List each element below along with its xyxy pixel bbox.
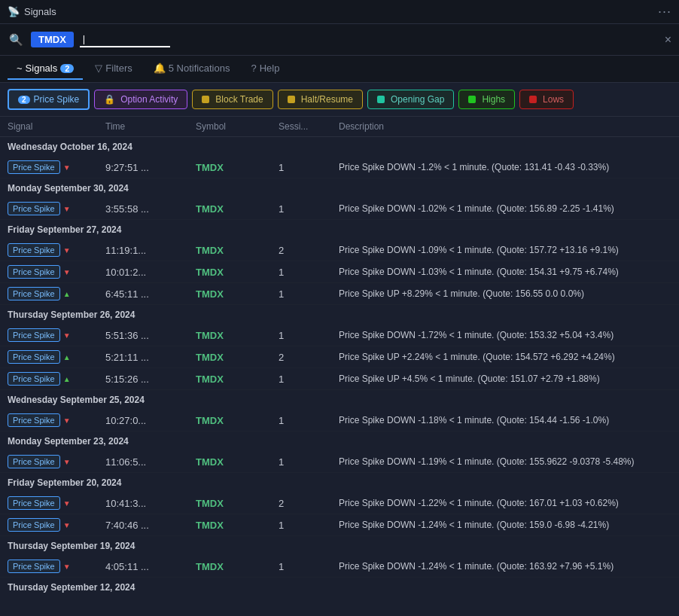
- table-row[interactable]: Price Spike ▼ 10:01:2... TMDX 1 Price Sp…: [0, 261, 679, 283]
- date-group-header: Thursday September 12, 2024: [0, 578, 679, 597]
- symbol-cell: TMDX: [196, 203, 279, 215]
- direction-arrow: ▼: [63, 268, 71, 276]
- desc-cell: Price Spike DOWN -1.24% < 1 minute. (Quo…: [339, 520, 671, 530]
- signal-label: Price Spike: [8, 350, 60, 364]
- menu-dots[interactable]: ···: [658, 4, 671, 20]
- symbol-cell: TMDX: [196, 267, 279, 278]
- signal-label: Price Spike: [8, 518, 60, 532]
- table-row[interactable]: Price Spike ▼ 7:40:46 ... TMDX 1 Price S…: [0, 514, 679, 536]
- signal-label: Price Spike: [8, 560, 60, 573]
- time-cell: 10:01:2...: [105, 267, 196, 278]
- signal-tab-highs[interactable]: Highs: [458, 90, 515, 109]
- signal-cell: Price Spike ▲: [8, 350, 105, 364]
- signals-icon: ~: [17, 63, 23, 74]
- table-row[interactable]: Price Spike ▼ 11:19:1... TMDX 2 Price Sp…: [0, 239, 679, 261]
- signal-tab-price-spike[interactable]: 2 Price Spike: [8, 89, 90, 110]
- direction-arrow: ▼: [63, 458, 71, 466]
- table-row[interactable]: Price Spike ▼ 10:41:3... TMDX 2 Price Sp…: [0, 492, 679, 514]
- date-group-header: Thursday September 19, 2024: [0, 536, 679, 556]
- session-cell: 2: [279, 352, 339, 363]
- signal-cell: Price Spike ▼: [8, 496, 105, 510]
- symbol-cell: TMDX: [196, 374, 279, 385]
- symbol-cell: TMDX: [196, 456, 279, 468]
- signal-label: Price Spike: [8, 160, 60, 174]
- search-input[interactable]: [80, 32, 170, 47]
- block-trade-icon: [202, 96, 209, 103]
- tab-filters[interactable]: ▽ Filters: [86, 58, 141, 80]
- search-icon-button[interactable]: 🔍: [8, 32, 25, 48]
- time-cell: 5:15:26 ...: [105, 374, 196, 385]
- signal-cell: Price Spike ▼: [8, 160, 105, 174]
- desc-cell: Price Spike DOWN -1.2% < 1 minute. (Quot…: [339, 162, 671, 172]
- tab-signals-label: Signals: [26, 63, 58, 74]
- table-row[interactable]: Price Spike ▲ 10:34:2... TMDX 1 Price Sp…: [0, 597, 679, 599]
- close-button[interactable]: ×: [665, 33, 671, 47]
- session-cell: 1: [279, 267, 339, 278]
- session-cell: 1: [279, 415, 339, 426]
- lows-label: Lows: [543, 94, 564, 105]
- date-group-header: Friday September 20, 2024: [0, 473, 679, 492]
- desc-cell: Price Spike DOWN -1.72% < 1 minute. (Quo…: [339, 330, 671, 340]
- table-row[interactable]: Price Spike ▲ 6:45:11 ... TMDX 1 Price S…: [0, 283, 679, 305]
- table-row[interactable]: Price Spike ▲ 5:15:26 ... TMDX 1 Price S…: [0, 368, 679, 390]
- table-row[interactable]: Price Spike ▼ 3:55:58 ... TMDX 1 Price S…: [0, 198, 679, 220]
- session-cell: 1: [279, 520, 339, 531]
- symbol-cell: TMDX: [196, 288, 279, 300]
- session-cell: 1: [279, 330, 339, 341]
- highs-icon: [468, 96, 476, 103]
- symbol-cell: TMDX: [196, 245, 279, 256]
- time-cell: 9:27:51 ...: [105, 162, 196, 173]
- signal-label: Price Spike: [8, 287, 60, 300]
- table-row[interactable]: Price Spike ▼ 10:27:0... TMDX 1 Price Sp…: [0, 410, 679, 432]
- signal-tab-option-activity[interactable]: 🔒 Option Activity: [94, 90, 187, 109]
- tab-help-label: Help: [260, 63, 280, 74]
- signal-tab-block-trade[interactable]: Block Trade: [192, 90, 273, 109]
- signal-type-tabs: 2 Price Spike 🔒 Option Activity Block Tr…: [0, 83, 679, 117]
- signal-tab-lows[interactable]: Lows: [519, 90, 574, 109]
- signal-cell: Price Spike ▼: [8, 328, 105, 342]
- halt-resume-icon: [288, 96, 295, 103]
- time-cell: 4:05:11 ...: [105, 561, 196, 572]
- tab-signals[interactable]: ~ Signals 2: [8, 58, 83, 80]
- tab-help[interactable]: ? Help: [242, 58, 288, 80]
- desc-cell: Price Spike DOWN -1.24% < 1 minute. (Quo…: [339, 561, 671, 572]
- signal-label: Price Spike: [8, 455, 60, 468]
- signals-badge: 2: [60, 64, 74, 73]
- table-row[interactable]: Price Spike ▼ 4:05:11 ... TMDX 1 Price S…: [0, 556, 679, 578]
- session-cell: 1: [279, 162, 339, 173]
- col-description: Description: [339, 121, 671, 132]
- ticker-badge[interactable]: TMDX: [31, 32, 74, 47]
- desc-cell: Price Spike DOWN -1.18% < 1 minute. (Quo…: [339, 415, 671, 425]
- desc-cell: Price Spike DOWN -1.22% < 1 minute. (Quo…: [339, 498, 671, 508]
- direction-arrow: ▲: [63, 375, 71, 383]
- signal-label: Price Spike: [8, 265, 60, 279]
- direction-arrow: ▼: [63, 499, 71, 508]
- time-cell: 5:51:36 ...: [105, 330, 196, 341]
- direction-arrow: ▲: [63, 353, 71, 361]
- date-group-header: Wednesday September 25, 2024: [0, 390, 679, 410]
- direction-arrow: ▼: [63, 331, 71, 340]
- symbol-cell: TMDX: [196, 415, 279, 426]
- time-cell: 5:21:11 ...: [105, 352, 196, 363]
- col-symbol: Symbol: [196, 121, 279, 132]
- session-cell: 1: [279, 456, 339, 468]
- halt-resume-label: Halt/Resume: [301, 94, 353, 105]
- signal-cell: Price Spike ▼: [8, 560, 105, 573]
- table-row[interactable]: Price Spike ▼ 11:06:5... TMDX 1 Price Sp…: [0, 451, 679, 473]
- date-group-header: Thursday September 26, 2024: [0, 305, 679, 325]
- tab-notifications[interactable]: 🔔 5 Notifications: [145, 58, 239, 80]
- signal-label: Price Spike: [8, 372, 60, 386]
- time-cell: 7:40:46 ...: [105, 520, 196, 531]
- table-row[interactable]: Price Spike ▼ 5:51:36 ... TMDX 1 Price S…: [0, 325, 679, 346]
- symbol-cell: TMDX: [196, 162, 279, 173]
- session-cell: 1: [279, 561, 339, 572]
- table-row[interactable]: Price Spike ▲ 5:21:11 ... TMDX 2 Price S…: [0, 346, 679, 368]
- help-icon: ?: [251, 63, 256, 74]
- signal-tab-halt-resume[interactable]: Halt/Resume: [278, 90, 363, 109]
- signal-tab-opening-gap[interactable]: Opening Gap: [367, 90, 454, 109]
- table-row[interactable]: Price Spike ▼ 9:27:51 ... TMDX 1 Price S…: [0, 157, 679, 178]
- signal-label: Price Spike: [8, 243, 60, 257]
- signal-cell: Price Spike ▲: [8, 372, 105, 386]
- lock-icon: 🔒: [104, 94, 115, 105]
- symbol-cell: TMDX: [196, 561, 279, 572]
